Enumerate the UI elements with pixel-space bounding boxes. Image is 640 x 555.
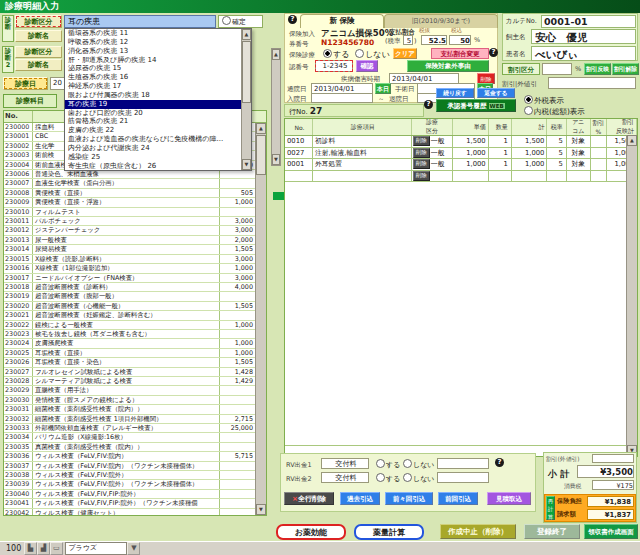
diagnosis2-category-button[interactable]: 診断区分 (15, 46, 62, 58)
tax-exclusive-radio[interactable]: 外税表示 (524, 95, 564, 106)
master-row[interactable]: 230029直腸検査（用手法） (4, 386, 255, 395)
finish-register-button[interactable]: 登録終了 (524, 524, 580, 539)
master-row[interactable]: 230007血液生化学検査（蛋白分画） (4, 179, 255, 188)
master-row[interactable]: 230021超音波断層検査（妊娠鑑定、診断料含む） (4, 311, 255, 320)
department-button[interactable]: 診療科目 (3, 94, 57, 108)
row-delete-button[interactable]: 削除 (413, 171, 430, 181)
tax-inclusive-radio[interactable]: 内税(総額)表示 (524, 106, 585, 117)
rv2-amount-field[interactable] (437, 472, 489, 483)
dropdown-item[interactable]: 寄生虫症（原虫症含む） 26 (65, 162, 241, 170)
history-help-icon[interactable]: ? (424, 100, 433, 109)
medicine-effect-button[interactable]: お薬効能 (276, 524, 346, 540)
dropdown-scrollbar[interactable]: ▲ ▼ (241, 29, 251, 170)
approval-number-field[interactable]: 1-2345 (315, 60, 353, 72)
master-row[interactable]: 230016X線検査（1部位撮影追加）1,000 (4, 264, 255, 273)
import-before-last-button[interactable]: 前々回引込 (385, 492, 433, 505)
master-row[interactable]: 230026耳垢検査（直接・染色）1,505 (4, 358, 255, 367)
ratio-incl-field[interactable]: 50 (449, 35, 471, 45)
diagnosis1-name-button[interactable]: 診断名 (15, 30, 62, 42)
detail-scrollbar[interactable]: ▲ ▼ (626, 135, 637, 456)
dropdown-item[interactable]: 耳の疾患 19 (65, 100, 241, 109)
tab-new-insurance[interactable]: 新 保険 (300, 14, 384, 28)
master-row[interactable]: 230034バリウム造影（X線撮影:16枚） (4, 433, 255, 442)
dropdown-item[interactable]: 肝・胆道系及び膵の疾患 14 (65, 56, 241, 65)
recalc-button[interactable]: 再計算 (546, 496, 555, 520)
master-row[interactable]: 230027フルオレセイン試験紙による検査1,428 (4, 368, 255, 377)
master-row[interactable]: 230036ウィルス検査（FeLV,FIV:院内）5,715 (4, 452, 255, 461)
master-row[interactable]: 230020超音波断層検査（心機能一般）1,505 (4, 302, 255, 311)
master-row[interactable]: 230017ニードルバイオプシー（FNA検査）3,000 (4, 274, 255, 283)
master-row[interactable]: 230008糞便検査（直接）505 (4, 189, 255, 198)
master-row[interactable]: 230011パルボチェック3,000 (4, 217, 255, 226)
dropdown-item[interactable]: 呼吸器系の疾患 12 (65, 38, 241, 47)
master-row[interactable]: 230012ジステンパーチェック3,000 (4, 226, 255, 235)
master-row[interactable]: 230015X線検査（読影,診断料）3,000 (4, 255, 255, 264)
master-row[interactable]: 230031細菌検査（薬剤感受性検査（院内）） (4, 405, 255, 414)
master-row[interactable]: 230035真菌検査（薬剤感受性検査（院内）） (4, 443, 255, 452)
rv2-no-radio[interactable]: しない (403, 473, 435, 484)
row-delete-button[interactable]: 削除 (413, 159, 430, 169)
diagnosis-category-combo[interactable]: 耳の疾患 (64, 15, 216, 28)
clear-button[interactable]: クリア (393, 48, 417, 59)
dropdown-item[interactable]: 歯および口腔の疾患 20 (65, 109, 241, 118)
statusbar-icon-1[interactable]: ▙ (24, 542, 37, 555)
confirm-button[interactable]: 確認 (356, 60, 378, 72)
ratio-change-button[interactable]: 支払割合変更 (431, 48, 489, 59)
master-row[interactable]: 230042ウィルス検査（健康セット） (4, 509, 255, 515)
form-scrollbar[interactable]: ▲ ▼ (271, 48, 281, 166)
master-row[interactable]: 230023被毛を抜去し鏡検（耳ダニ検査も含む） (4, 330, 255, 339)
statusbar-icon-3[interactable]: ▭ (50, 542, 63, 555)
master-row[interactable]: 230013尿一般検査2,000 (4, 236, 255, 245)
diagnosis2-name-button[interactable]: 診断名 (15, 59, 62, 71)
carry-back-button[interactable]: 繰り戻す (436, 88, 474, 98)
master-row[interactable]: 230024皮膚掻爬検査1,000 (4, 339, 255, 348)
care-no-radio[interactable]: しない (355, 49, 390, 60)
confirmed-radio[interactable] (222, 16, 231, 25)
row-delete-button[interactable]: 削除 (413, 136, 430, 146)
dropdown-item[interactable]: 皮膚の疾患 22 (65, 126, 241, 135)
dropdown-item[interactable]: 感染症 25 (65, 153, 241, 162)
totals-discount-field[interactable] (592, 454, 634, 463)
dropdown-item[interactable]: 消化器系の疾患 13 (65, 47, 241, 56)
master-row[interactable]: 230039ウィルス検査（FeLV,FIV:院外）（ワクチン未接種個体） (4, 480, 255, 489)
help-icon[interactable]: ? (288, 15, 297, 24)
dropdown-item[interactable]: 眼および付属器の疾患 18 (65, 91, 241, 100)
import-past-button[interactable]: 過去引込 (340, 492, 380, 505)
discount-apply-button[interactable]: 割引反映 (584, 63, 611, 75)
dropdown-item[interactable]: 神経系の疾患 17 (65, 82, 241, 91)
ratio-excl-field[interactable]: 52.5 (421, 35, 447, 45)
exclusion-reason-button[interactable]: 保険対象外事由 (407, 60, 489, 72)
master-row[interactable]: 230037ウィルス検査（FeLV,FIV:院内）（ワクチン未接種個体） (4, 462, 255, 471)
dropdown-item[interactable]: 血液および造血器の疾患ならびに免疫機構の障... (65, 135, 241, 144)
view-mode-combo[interactable]: ブラウズ (65, 542, 127, 555)
master-row[interactable]: 230030発情検査（腟スメアの鏡検による） (4, 396, 255, 405)
master-row[interactable]: 230009糞便検査（直接・浮遊）1,000 (4, 198, 255, 207)
rv2-fee-field[interactable]: 交付料 (321, 472, 369, 483)
master-row[interactable]: 230022鏡検による一般検査1,000 (4, 321, 255, 330)
detail-row[interactable]: 0001外耳処置削除一般1,00011,0005対象1,000 (285, 159, 637, 171)
dropdown-item[interactable]: 循環器系の疾患 11 (65, 29, 241, 38)
refund-button[interactable]: 返金する (477, 88, 515, 98)
import-last-button[interactable]: 前回引込 (438, 492, 478, 505)
detail-row[interactable]: 0010初診料削除一般1,50011,5005対象1,500 (285, 136, 637, 148)
rv1-no-radio[interactable]: しない (403, 459, 435, 470)
import-estimate-button[interactable]: 見積取込 (487, 492, 531, 505)
dropdown-item[interactable]: 内分泌および代謝疾患 24 (65, 144, 241, 153)
rv1-fee-field[interactable]: 交付料 (321, 458, 369, 469)
dropdown-item[interactable]: 筋骨格系の疾患 21 (65, 117, 241, 126)
rv-help-icon[interactable]: ? (495, 458, 504, 467)
cancel-create-button[interactable]: 作成中止（削除） (440, 524, 516, 539)
master-row[interactable]: 230038ウィルス検査（FeLV,FIV:院外） (4, 471, 255, 480)
extra-discount-field[interactable] (548, 77, 636, 89)
master-row[interactable]: 230041ウィルス検査（FeLV,FIV,FIP:院外）（ワクチン未接種個 (4, 499, 255, 508)
tax-rate-field[interactable]: 5 (403, 35, 413, 45)
confirmed-radio-box[interactable]: 確定 (218, 15, 263, 28)
dropdown-item[interactable]: 泌尿器の疾患 15 (65, 64, 241, 73)
master-row[interactable]: 230028シルマーティア試験紙による検査1,429 (4, 377, 255, 386)
discount-remove-button[interactable]: 割引解除 (612, 63, 639, 75)
discount-category-field[interactable] (542, 63, 572, 75)
today-button-1[interactable]: 本日 (375, 83, 391, 94)
ratio-help-icon[interactable]: ? (489, 48, 498, 57)
care-yes-radio[interactable]: する (323, 49, 349, 60)
master-row[interactable]: 230025耳垢検査（直接）1,000 (4, 349, 255, 358)
